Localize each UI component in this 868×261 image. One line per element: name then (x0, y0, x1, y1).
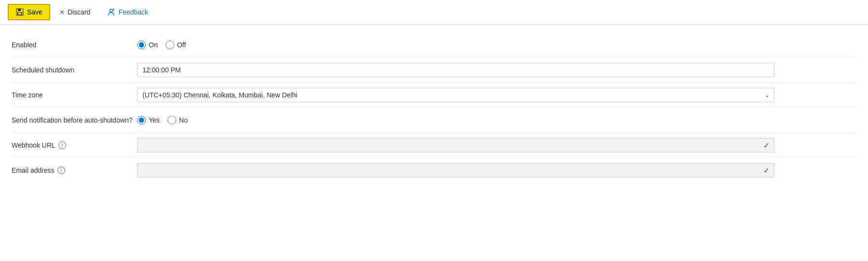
feedback-button[interactable]: Feedback (99, 4, 155, 20)
feedback-label: Feedback (118, 8, 148, 16)
shutdown-label: Scheduled shutdown (12, 66, 137, 74)
timezone-select[interactable]: (UTC+05:30) Chennai, Kolkata, Mumbai, Ne… (137, 88, 774, 102)
save-button[interactable]: Save (8, 4, 50, 20)
enabled-off-radio[interactable] (166, 41, 174, 49)
enabled-off-option[interactable]: Off (166, 41, 186, 49)
svg-rect-3 (18, 13, 21, 14)
enabled-on-option[interactable]: On (137, 41, 158, 49)
form-area: Enabled On Off Scheduled shutdown (0, 25, 868, 191)
email-input-wrapper: ✓ (137, 163, 774, 178)
email-checkmark-icon: ✓ (763, 166, 770, 175)
timezone-label: Time zone (12, 91, 137, 99)
enabled-on-radio[interactable] (137, 41, 146, 49)
shutdown-row: Scheduled shutdown (12, 57, 856, 82)
webhook-row: Webhook URL i ✓ (12, 133, 856, 158)
enabled-on-label: On (149, 41, 158, 49)
notification-control: Yes No (137, 116, 856, 124)
discard-button[interactable]: ✕ Discard (52, 5, 98, 19)
webhook-control: ✓ (137, 138, 856, 152)
discard-icon: ✕ (59, 9, 65, 16)
notification-row: Send notification before auto-shutdown? … (12, 108, 856, 133)
shutdown-control (137, 63, 856, 77)
enabled-row: Enabled On Off (12, 32, 856, 57)
notification-yes-radio[interactable] (137, 116, 146, 124)
timezone-select-wrapper: (UTC+05:30) Chennai, Kolkata, Mumbai, Ne… (137, 88, 774, 102)
svg-point-4 (110, 9, 112, 12)
notification-no-label: No (179, 116, 188, 124)
notification-yes-option[interactable]: Yes (137, 116, 160, 124)
email-label: Email address i (12, 166, 137, 174)
toolbar: Save ✕ Discard Feedback (0, 0, 868, 25)
enabled-control: On Off (137, 41, 856, 49)
timezone-control: (UTC+05:30) Chennai, Kolkata, Mumbai, Ne… (137, 88, 856, 102)
webhook-checkmark-icon: ✓ (763, 140, 770, 150)
discard-label: Discard (68, 8, 90, 16)
svg-rect-1 (18, 9, 21, 11)
webhook-label: Webhook URL i (12, 141, 137, 149)
notification-radio-group: Yes No (137, 116, 188, 124)
save-label: Save (27, 8, 42, 16)
email-input[interactable] (137, 163, 774, 178)
webhook-input-wrapper: ✓ (137, 138, 774, 152)
notification-no-option[interactable]: No (168, 116, 188, 124)
email-info-icon[interactable]: i (57, 166, 65, 174)
notification-label: Send notification before auto-shutdown? (12, 116, 137, 124)
notification-yes-label: Yes (149, 116, 160, 124)
shutdown-input[interactable] (137, 63, 774, 77)
notification-no-radio[interactable] (168, 116, 176, 124)
webhook-input[interactable] (137, 138, 774, 152)
enabled-off-label: Off (177, 41, 186, 49)
enabled-label: Enabled (12, 41, 137, 49)
enabled-radio-group: On Off (137, 41, 186, 49)
feedback-icon (107, 8, 115, 16)
email-control: ✓ (137, 163, 856, 178)
save-icon (15, 8, 24, 16)
webhook-info-icon[interactable]: i (58, 141, 66, 149)
email-row: Email address i ✓ (12, 158, 856, 183)
timezone-row: Time zone (UTC+05:30) Chennai, Kolkata, … (12, 82, 856, 108)
